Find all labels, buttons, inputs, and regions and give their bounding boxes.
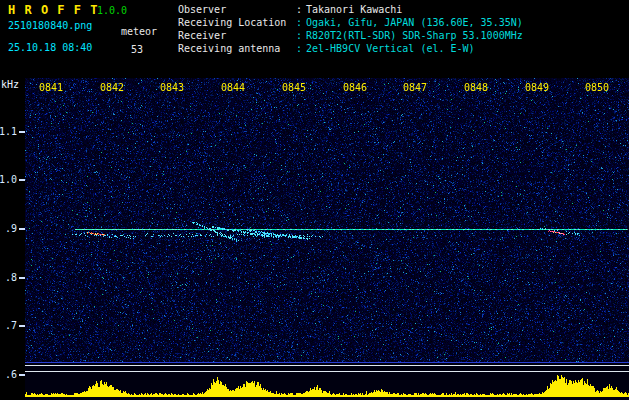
output-filename: 2510180840.png bbox=[8, 20, 92, 31]
time-tick-label: 0843 bbox=[157, 83, 187, 93]
time-tick-label: 0847 bbox=[400, 83, 430, 93]
info-separator: : bbox=[296, 3, 306, 16]
info-label: Observer bbox=[178, 3, 296, 16]
station-info: Observer:Takanori Kawachi Receiving Loca… bbox=[178, 3, 523, 55]
info-value: 2el-HB9CV Vertical (el. E-W) bbox=[306, 43, 475, 54]
info-row-receiver: Receiver:R820T2(RTL-SDR) SDR-Sharp 53.10… bbox=[178, 29, 523, 42]
freq-tick-label: 1.0 bbox=[0, 175, 17, 185]
time-tick-label: 0850 bbox=[582, 83, 612, 93]
frequency-axis: kHz 1.1 1.0 .9 .8 .7 .6 bbox=[0, 78, 25, 400]
time-tick-label: 0848 bbox=[461, 83, 491, 93]
time-tick-label: 0844 bbox=[218, 83, 248, 93]
info-row-observer: Observer:Takanori Kawachi bbox=[178, 3, 523, 16]
info-value: Ogaki, Gifu, JAPAN (136.60E, 35.35N) bbox=[306, 17, 523, 28]
mode-label: meteor bbox=[121, 26, 157, 37]
header-left: H R O F F T 1.0.0 2510180840.png meteor … bbox=[0, 0, 178, 78]
freq-tick-label: .6 bbox=[5, 370, 17, 380]
time-tick-label: 0841 bbox=[36, 83, 66, 93]
freq-tick-label: .9 bbox=[5, 224, 17, 234]
time-tick-label: 0845 bbox=[279, 83, 309, 93]
spectrogram-canvas bbox=[25, 78, 629, 400]
info-label: Receiver bbox=[178, 29, 296, 42]
capture-datetime: 25.10.18 08:40 bbox=[8, 42, 92, 53]
info-row-antenna: Receiving antenna:2el-HB9CV Vertical (el… bbox=[178, 42, 523, 55]
app-title: H R O F F T bbox=[8, 3, 98, 17]
header: H R O F F T 1.0.0 2510180840.png meteor … bbox=[0, 0, 629, 78]
freq-axis-unit: kHz bbox=[1, 79, 19, 90]
info-label: Receiving antenna bbox=[178, 42, 296, 55]
freq-tick-label: .7 bbox=[5, 321, 17, 331]
info-separator: : bbox=[296, 16, 306, 29]
freq-tick-label: 1.1 bbox=[0, 127, 17, 137]
info-value: R820T2(RTL-SDR) SDR-Sharp 53.1000MHz bbox=[306, 30, 523, 41]
info-separator: : bbox=[296, 42, 306, 55]
time-tick-label: 0849 bbox=[522, 83, 552, 93]
info-separator: : bbox=[296, 29, 306, 42]
time-tick-label: 0846 bbox=[340, 83, 370, 93]
hrofft-window: H R O F F T 1.0.0 2510180840.png meteor … bbox=[0, 0, 629, 400]
spectrogram: 0841 0842 0843 0844 0845 0846 0847 0848 … bbox=[25, 78, 629, 400]
info-row-location: Receiving Location:Ogaki, Gifu, JAPAN (1… bbox=[178, 16, 523, 29]
info-label: Receiving Location bbox=[178, 16, 296, 29]
app-version: 1.0.0 bbox=[97, 5, 127, 16]
echo-count: 53 bbox=[131, 44, 143, 55]
info-value: Takanori Kawachi bbox=[306, 4, 402, 15]
time-tick-label: 0842 bbox=[97, 83, 127, 93]
freq-tick-label: .8 bbox=[5, 273, 17, 283]
